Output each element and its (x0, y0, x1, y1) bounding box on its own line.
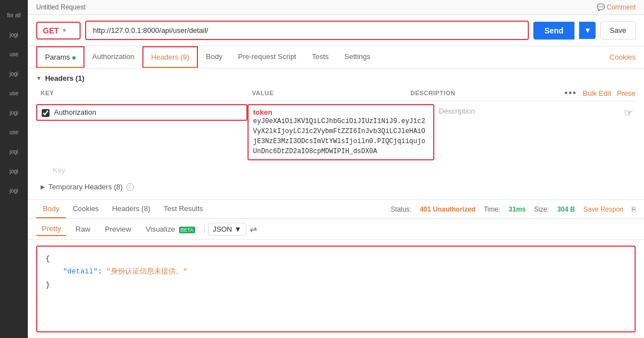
request-body-section: ▼ Headers (1) KEY VALUE DESCRIPTION ••• … (28, 68, 644, 338)
headers-table-header: KEY VALUE DESCRIPTION ••• Bulk Edit Pres… (36, 88, 636, 101)
info-icon[interactable]: i (126, 183, 134, 191)
authorization-checkbox[interactable] (42, 109, 49, 117)
cookies-link[interactable]: Cookies (610, 53, 636, 61)
json-dropdown-arrow-icon: ▼ (234, 225, 241, 233)
beta-badge: BETA (179, 227, 195, 233)
sidebar-item-jogi-5[interactable]: jogi (0, 161, 28, 181)
json-format-label: JSON (213, 225, 232, 233)
authorization-key-label: Authorization (54, 108, 96, 116)
temp-headers-section[interactable]: ▶ Temporary Headers (8) i (36, 180, 636, 194)
headers-section: ▼ Headers (1) KEY VALUE DESCRIPTION ••• … (28, 68, 644, 199)
more-options-icon[interactable]: ••• (564, 88, 577, 98)
request-title-bar: Untitled Request 💬 Comment (28, 0, 644, 15)
method-label: GET (43, 26, 59, 35)
request-title: Untitled Request (36, 3, 86, 11)
collapse-triangle-icon: ▼ (36, 75, 42, 81)
time-label: Time: (484, 205, 501, 213)
json-value-detail: "身份认证信息未提供。" (106, 267, 187, 276)
url-bar: GET ▼ Send ▼ Save (28, 15, 644, 46)
response-meta: Status: 401 Unauthorized Time: 31ms Size… (391, 205, 636, 213)
sidebar-item-jogi-4[interactable]: jogi (0, 142, 28, 161)
copy-icon[interactable]: ⎘ (632, 205, 636, 213)
wrap-button[interactable]: ⇌ (250, 224, 257, 234)
method-dropdown-arrow: ▼ (62, 27, 67, 33)
method-selector[interactable]: GET ▼ (36, 22, 81, 40)
sidebar-item-for-all[interactable]: for all (0, 6, 28, 25)
tab-params[interactable]: Params (36, 46, 85, 68)
json-line-detail: "detail": "身份认证信息未提供。" (46, 265, 626, 278)
json-line-open: { (46, 252, 626, 265)
temp-headers-label: Temporary Headers (8) (48, 183, 123, 191)
response-format-bar: Pretty Raw Preview Visualize BETA JSON ▼… (28, 219, 644, 240)
authorization-key-cell: Authorization (36, 104, 247, 121)
response-tab-body[interactable]: Body (36, 200, 66, 218)
col-header-value: VALUE (247, 88, 406, 98)
authorization-value-text: eyJ0eXAiOiJKV1QiLCJhbGciOiJIUzI1NiJ9.eyJ… (253, 116, 429, 156)
col-header-key: KEY (36, 88, 247, 98)
main-content: Untitled Request 💬 Comment GET ▼ Send ▼ … (28, 0, 644, 338)
temp-headers-arrow-icon: ▶ (41, 184, 45, 190)
format-pretty-button[interactable]: Pretty (36, 222, 67, 236)
status-value: 401 Unauthorized (420, 205, 475, 213)
response-tab-headers[interactable]: Headers (8) (106, 200, 157, 218)
headers-section-title[interactable]: ▼ Headers (1) (36, 74, 636, 82)
tab-authorization[interactable]: Authorization (85, 47, 142, 67)
preset-button[interactable]: Prese (617, 89, 636, 97)
sidebar: for all jogi use jogi use jogi use jogi … (0, 0, 28, 338)
headers-section-label: Headers (1) (45, 74, 85, 82)
sidebar-item-jogi-1[interactable]: jogi (0, 25, 28, 45)
status-label: Status: (391, 205, 412, 213)
authorization-value-cell: token eyJ0eXAiOiJKV1QiLCJhbGciOiJIUzI1Ni… (247, 104, 434, 160)
sidebar-item-jogi-2[interactable]: jogi (0, 64, 28, 84)
header-row-placeholder: Key (36, 163, 636, 177)
authorization-desc-cell[interactable]: Description (434, 104, 621, 118)
app-container: for all jogi use jogi use jogi use jogi … (0, 0, 644, 338)
response-tab-cookies[interactable]: Cookies (66, 200, 106, 218)
col-header-desc: DESCRIPTION (406, 88, 564, 98)
size-label: Size: (534, 205, 549, 213)
json-key-detail: "detail" (63, 267, 97, 276)
send-button[interactable]: Send (533, 22, 574, 40)
sidebar-item-use-1[interactable]: use (0, 45, 28, 64)
response-section: Body Cookies Headers (8) Test Results St… (28, 199, 644, 338)
sidebar-item-use-3[interactable]: use (0, 123, 28, 142)
row-actions: ☞ (621, 104, 636, 122)
request-tabs-bar: Params Authorization Headers (9) Body Pr… (28, 46, 644, 68)
json-line-close: } (46, 278, 626, 291)
format-raw-button[interactable]: Raw (70, 223, 96, 236)
cursor-icon: ☞ (624, 107, 633, 119)
col-actions: ••• Bulk Edit Prese (564, 88, 636, 98)
token-annotation-label: token (253, 108, 273, 116)
tab-prerequest[interactable]: Pre-request Script (230, 47, 304, 67)
size-value: 304 B (557, 205, 575, 213)
send-dropdown-button[interactable]: ▼ (579, 22, 596, 39)
response-tabs-bar: Body Cookies Headers (8) Test Results St… (28, 200, 644, 219)
format-visualize-button[interactable]: Visualize BETA (140, 223, 201, 236)
json-format-selector[interactable]: JSON ▼ (208, 223, 247, 236)
bulk-edit-button[interactable]: Bulk Edit (583, 89, 611, 97)
format-preview-button[interactable]: Preview (99, 223, 136, 236)
tab-headers[interactable]: Headers (9) (142, 46, 199, 68)
sidebar-item-jogi-3[interactable]: jogi (0, 103, 28, 123)
save-response-button[interactable]: Save Respon (583, 205, 623, 213)
sidebar-item-use-2[interactable]: use (0, 84, 28, 103)
params-dot (72, 56, 76, 60)
save-button[interactable]: Save (600, 21, 636, 40)
tab-settings[interactable]: Settings (336, 47, 378, 67)
response-tab-test-results[interactable]: Test Results (157, 200, 210, 218)
response-body: { "detail": "身份认证信息未提供。" } (36, 246, 636, 332)
tab-body[interactable]: Body (198, 47, 230, 67)
time-value: 31ms (509, 205, 526, 213)
header-row-authorization: Authorization token eyJ0eXAiOiJKV1QiLCJh… (36, 104, 636, 160)
url-input[interactable] (85, 21, 529, 40)
comment-link[interactable]: 💬 Comment (597, 3, 636, 11)
format-divider (204, 225, 205, 234)
tab-tests[interactable]: Tests (304, 47, 336, 67)
key-placeholder[interactable]: Key (36, 163, 247, 177)
sidebar-item-jogi-6[interactable]: jogi (0, 181, 28, 200)
